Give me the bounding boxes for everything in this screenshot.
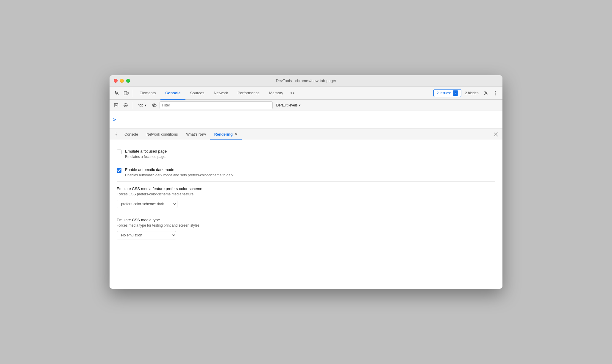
svg-point-16: [116, 135, 117, 136]
svg-line-0: [117, 93, 118, 95]
svg-point-13: [153, 104, 155, 106]
tab-performance[interactable]: Performance: [233, 87, 264, 100]
issues-badge: 2: [453, 90, 458, 96]
clear-console-icon[interactable]: [121, 101, 130, 109]
css-color-scheme-title: Emulate CSS media feature prefers-color-…: [117, 186, 495, 191]
svg-point-15: [116, 134, 117, 135]
tab-memory[interactable]: Memory: [264, 87, 288, 100]
tab-network-conditions[interactable]: Network conditions: [142, 129, 182, 140]
svg-rect-1: [124, 91, 127, 95]
svg-point-5: [495, 92, 496, 93]
close-button[interactable]: [114, 79, 118, 83]
svg-point-4: [495, 91, 496, 92]
svg-rect-2: [127, 92, 128, 94]
svg-point-14: [116, 132, 117, 133]
context-chevron-icon: ▾: [145, 103, 146, 107]
tab-console-panel[interactable]: Console: [120, 129, 142, 140]
rendering-panel: Emulate a focused page Emulates a focuse…: [110, 140, 502, 289]
tab-elements[interactable]: Elements: [135, 87, 160, 100]
run-script-icon[interactable]: [112, 101, 120, 109]
close-rendering-tab[interactable]: ✕: [235, 132, 238, 136]
minimize-button[interactable]: [120, 79, 124, 83]
more-options-icon[interactable]: [491, 88, 500, 98]
device-icon[interactable]: [121, 88, 131, 98]
focused-page-desc: Emulates a focused page.: [125, 155, 495, 159]
auto-dark-mode-desc: Enables automatic dark mode and sets pre…: [125, 173, 495, 177]
close-panel-button[interactable]: [492, 130, 500, 139]
auto-dark-mode-title: Enable automatic dark mode: [125, 167, 495, 172]
secondary-toolbar: top ▾ Default levels ▾: [110, 100, 502, 111]
auto-dark-mode-checkbox[interactable]: [117, 168, 121, 173]
separator-1: [133, 90, 133, 97]
console-prompt[interactable]: >: [113, 117, 116, 123]
tab-rendering[interactable]: Rendering ✕: [210, 129, 242, 140]
devtools-window: DevTools - chrome://new-tab-page/ Elemen…: [110, 75, 502, 289]
settings-icon[interactable]: [481, 88, 491, 98]
main-content: > Console Network conditions: [110, 111, 502, 289]
context-label: top: [138, 103, 143, 107]
tab-whats-new[interactable]: What's New: [182, 129, 210, 140]
traffic-lights: [114, 79, 130, 83]
tab-network[interactable]: Network: [209, 87, 233, 100]
focused-page-title: Emulate a focused page: [125, 149, 495, 153]
svg-marker-8: [115, 104, 117, 106]
bottom-tab-bar: Console Network conditions What's New Re…: [110, 129, 502, 140]
svg-point-6: [495, 94, 496, 95]
hidden-count: 2 hidden: [463, 91, 481, 95]
filter-input[interactable]: [160, 101, 273, 109]
css-color-scheme-select[interactable]: prefers-color-scheme: dark prefers-color…: [117, 200, 177, 208]
tab-console[interactable]: Console: [160, 87, 185, 100]
issues-label: 2 Issues:: [437, 91, 451, 95]
focused-page-checkbox[interactable]: [117, 150, 121, 154]
console-area[interactable]: >: [110, 111, 502, 129]
css-media-type-desc: Forces media type for testing print and …: [117, 223, 495, 228]
css-color-scheme-section: Emulate CSS media feature prefers-color-…: [117, 182, 495, 213]
panel-menu-icon[interactable]: [112, 130, 120, 139]
more-tabs-button[interactable]: >>: [288, 88, 297, 98]
rendering-item-dark-mode: Enable automatic dark mode Enables autom…: [117, 163, 495, 182]
css-media-type-section: Emulate CSS media type Forces media type…: [117, 213, 495, 244]
maximize-button[interactable]: [126, 79, 130, 83]
log-levels-button[interactable]: Default levels ▾: [274, 103, 303, 108]
context-selector[interactable]: top ▾: [136, 103, 149, 108]
tab-sources[interactable]: Sources: [185, 87, 209, 100]
css-color-scheme-desc: Forces CSS prefers-color-scheme media fe…: [117, 192, 495, 196]
title-bar: DevTools - chrome://new-tab-page/: [110, 75, 502, 87]
issues-button[interactable]: 2 Issues: 2: [433, 89, 461, 97]
window-title: DevTools - chrome://new-tab-page/: [276, 79, 336, 83]
css-media-type-select[interactable]: No emulation print screen: [117, 231, 176, 239]
css-media-type-title: Emulate CSS media type: [117, 218, 495, 222]
live-expressions-icon[interactable]: [150, 101, 158, 109]
separator-2: [133, 102, 133, 109]
bottom-panel: Console Network conditions What's New Re…: [110, 129, 502, 289]
cursor-icon[interactable]: [112, 88, 121, 98]
svg-point-3: [485, 92, 487, 94]
main-toolbar: Elements Console Sources Network Perform…: [110, 87, 502, 100]
rendering-item-focused: Emulate a focused page Emulates a focuse…: [117, 145, 495, 163]
levels-chevron-icon: ▾: [299, 103, 301, 107]
levels-label: Default levels: [276, 103, 298, 107]
